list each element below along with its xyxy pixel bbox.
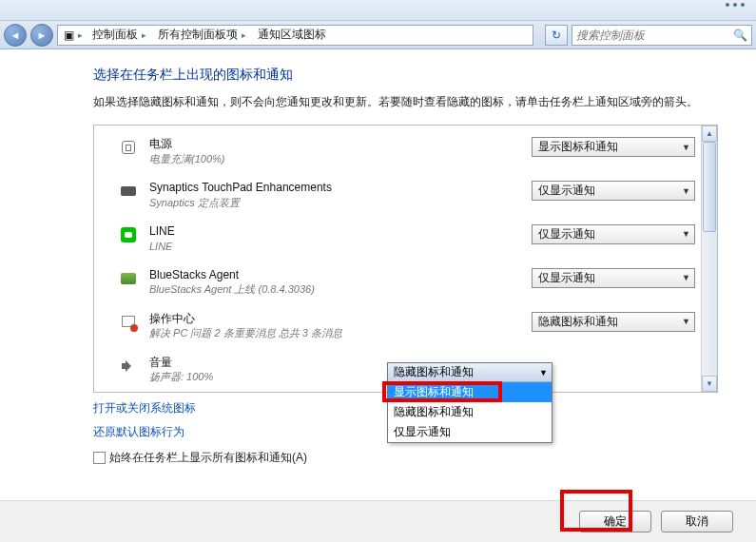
item-name: Synaptics TouchPad Enhancements (149, 181, 524, 196)
chevron-down-icon: ▼ (682, 317, 690, 326)
behavior-select[interactable]: 隐藏图标和通知▼ (532, 312, 695, 332)
link-system-icons[interactable]: 打开或关闭系统图标 (93, 400, 196, 416)
chevron-down-icon: ▼ (682, 186, 690, 196)
refresh-button[interactable]: ↻ (545, 25, 568, 46)
behavior-dropdown-open[interactable]: 隐藏图标和通知 ▼ 显示图标和通知 隐藏图标和通知 仅显示通知 (387, 362, 552, 443)
item-status: 电量充满(100%) (149, 152, 524, 165)
nav-back-button[interactable]: ◄ (4, 24, 27, 47)
nav-forward-button[interactable]: ► (30, 24, 53, 47)
link-restore-defaults[interactable]: 还原默认图标行为 (93, 424, 184, 440)
breadcrumb[interactable]: ▣▸ 控制面板▸ 所有控制面板项▸ 通知区域图标 (57, 25, 533, 46)
breadcrumb-root-icon[interactable]: ▣▸ (60, 26, 87, 45)
page-description: 如果选择隐藏图标和通知，则不会向您通知更改和更新。若要随时查看隐藏的图标，请单击… (93, 93, 718, 111)
always-show-label: 始终在任务栏上显示所有图标和通知(A) (109, 450, 307, 466)
item-status: BlueStacks Agent 上线 (0.8.4.3036) (149, 282, 524, 296)
dropdown-option-notify[interactable]: 仅显示通知 (388, 422, 552, 442)
behavior-select[interactable]: 仅显示通知▼ (532, 224, 695, 244)
behavior-select[interactable]: 仅显示通知▼ (532, 268, 695, 288)
breadcrumb-control-panel[interactable]: 控制面板▸ (87, 26, 152, 45)
action-center-icon (119, 314, 138, 331)
search-box[interactable]: 🔍 (572, 25, 752, 46)
touchpad-icon (119, 183, 138, 200)
dropdown-option-show[interactable]: 显示图标和通知 (388, 382, 552, 402)
behavior-select[interactable]: 显示图标和通知▼ (532, 137, 695, 157)
icon-list-box: 电源 电量充满(100%) 显示图标和通知▼ Synaptics TouchPa… (93, 125, 718, 393)
chevron-down-icon: ▼ (682, 273, 690, 282)
list-item: BlueStacks Agent BlueStacks Agent 上线 (0.… (119, 262, 701, 306)
bluestacks-icon (119, 270, 138, 287)
dropdown-option-hide[interactable]: 隐藏图标和通知 (388, 402, 552, 422)
nav-bar: ◄ ► ▣▸ 控制面板▸ 所有控制面板项▸ 通知区域图标 ↻ 🔍 (0, 21, 756, 49)
item-status: Synaptics 定点装置 (149, 196, 524, 209)
scrollbar[interactable]: ▲ ▼ (701, 126, 717, 392)
body-pane: 选择在任务栏上出现的图标和通知 如果选择隐藏图标和通知，则不会向您通知更改和更新… (0, 49, 756, 542)
item-name: LINE (149, 224, 524, 240)
behavior-select[interactable]: 仅显示通知▼ (532, 181, 695, 201)
scroll-thumb[interactable] (703, 142, 716, 232)
power-icon (119, 139, 138, 156)
item-status: 解决 PC 问题 2 条重要消息 总共 3 条消息 (149, 326, 524, 339)
page-title: 选择在任务栏上出现的图标和通知 (93, 67, 756, 84)
list-item: 电源 电量充满(100%) 显示图标和通知▼ (119, 131, 701, 175)
list-item: Synaptics TouchPad Enhancements Synaptic… (119, 175, 701, 219)
breadcrumb-notification-icons[interactable]: 通知区域图标 (252, 26, 332, 45)
item-name: 操作中心 (149, 312, 524, 327)
list-item: LINE LINE 仅显示通知▼ (119, 219, 701, 262)
scroll-up-button[interactable]: ▲ (702, 126, 717, 142)
list-item: 操作中心 解决 PC 问题 2 条重要消息 总共 3 条消息 隐藏图标和通知▼ (119, 306, 701, 350)
line-icon (119, 226, 138, 243)
item-status: LINE (149, 240, 524, 253)
cancel-button[interactable]: 取消 (661, 511, 733, 532)
chevron-down-icon: ▼ (539, 368, 548, 377)
volume-icon (119, 358, 138, 375)
search-icon: 🔍 (733, 29, 747, 42)
search-input[interactable] (576, 29, 729, 42)
dialog-footer: 确定 取消 (0, 500, 756, 542)
behavior-select-open-anchor (532, 356, 695, 376)
dropdown-current: 隐藏图标和通知 (394, 364, 474, 380)
chevron-down-icon: ▼ (682, 143, 690, 152)
ok-button[interactable]: 确定 (579, 511, 651, 532)
item-name: BlueStacks Agent (149, 268, 524, 283)
breadcrumb-all-items[interactable]: 所有控制面板项▸ (152, 26, 252, 45)
chevron-down-icon: ▼ (682, 229, 690, 239)
window-titlebar (0, 0, 756, 21)
always-show-checkbox[interactable] (93, 452, 106, 464)
item-name: 电源 (149, 137, 524, 152)
scroll-down-button[interactable]: ▼ (702, 376, 717, 392)
